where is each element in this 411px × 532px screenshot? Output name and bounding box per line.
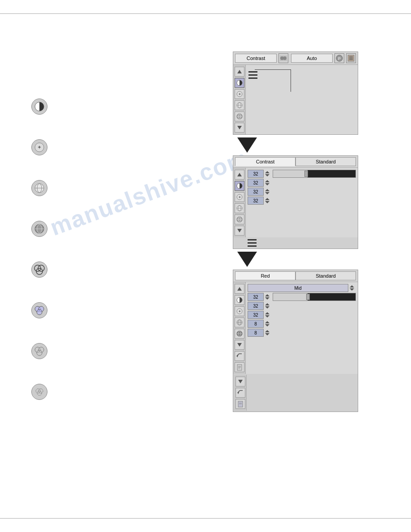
panel3-tab-standard[interactable]: Standard	[295, 271, 356, 280]
panel3-bottom-content	[247, 375, 357, 411]
panel1-sidebar-up[interactable]	[235, 67, 244, 77]
panel3-param-arrows-5[interactable]	[265, 330, 271, 335]
panel3-param-down-4[interactable]	[265, 324, 270, 326]
svg-rect-70	[238, 401, 243, 407]
panel3-bottom-doc[interactable]	[235, 399, 245, 409]
svg-point-23	[283, 56, 287, 60]
panel2-param-up-4[interactable]	[265, 198, 270, 200]
panel3-param-value-4: 8	[248, 320, 264, 328]
watermark: manualshive.com	[47, 144, 252, 241]
panel3-param-up-mid[interactable]	[350, 285, 354, 287]
panel1: Contrast Auto P	[233, 51, 358, 135]
panel2-param-value-3: 32	[248, 188, 264, 196]
panel2-sidebar-globe[interactable]	[235, 203, 244, 213]
panel-area: Contrast Auto P	[233, 51, 358, 412]
panel2-param-down-1[interactable]	[265, 174, 270, 176]
panel3-tab-red[interactable]: Red	[235, 271, 295, 280]
panel3-param-arrows-4[interactable]	[265, 321, 271, 326]
panel1-sidebar-down[interactable]	[235, 123, 244, 133]
panel2-param-up-3[interactable]	[265, 189, 270, 191]
panel3: Red Standard ✦	[233, 270, 358, 412]
panel1-sidebar-globe[interactable]	[235, 100, 244, 110]
bottom-border	[0, 518, 411, 519]
panel3-param-slider-1[interactable]	[273, 293, 356, 301]
panel2-param-down-2[interactable]	[265, 183, 270, 185]
panel3-sidebar-dark-globe[interactable]	[235, 329, 244, 339]
panel3-sidebar-up[interactable]	[235, 284, 244, 294]
panel3-param-down-3[interactable]	[265, 315, 270, 317]
panel2-slider-thumb-1[interactable]	[304, 171, 308, 177]
svg-rect-64	[237, 365, 242, 370]
panel3-param-down-5[interactable]	[265, 333, 270, 335]
panel3-bottom-row	[234, 375, 357, 411]
panel3-bottom-undo[interactable]	[235, 388, 245, 398]
panel1-icon-btn-3[interactable]	[346, 53, 356, 63]
panel3-param-up-1[interactable]	[265, 294, 270, 296]
panel2-param-up-2[interactable]	[265, 180, 270, 182]
panel3-param-row-4: 8	[248, 320, 356, 328]
panel2-param-arrows-2[interactable]	[265, 180, 271, 185]
panel2-tab-contrast[interactable]: Contrast	[235, 157, 295, 166]
svg-point-14	[37, 309, 42, 315]
panel3-param-arrows-mid[interactable]	[350, 285, 356, 291]
panel3-param-up-4[interactable]	[265, 321, 270, 323]
svg-point-18	[36, 389, 40, 393]
panel2-param-slider-1[interactable]	[273, 170, 356, 178]
panel3-sidebar-undo[interactable]	[235, 351, 244, 361]
icon-rgb-2	[31, 302, 47, 318]
panel3-slider-thumb-1[interactable]	[306, 294, 310, 300]
panel2-param-arrows-1[interactable]	[265, 171, 271, 176]
panel3-bottom-down[interactable]	[235, 377, 245, 386]
panel2-sidebar-contrast[interactable]	[235, 181, 244, 191]
icon-dark-globe	[31, 221, 47, 237]
panel2-param-up-1[interactable]	[265, 171, 270, 173]
panel3-param-up-5[interactable]	[265, 330, 270, 332]
panel2-param-down-3[interactable]	[265, 192, 270, 194]
panel3-param-up-2[interactable]	[265, 303, 270, 305]
panel2-sidebar-dark-globe[interactable]	[235, 215, 244, 224]
panel3-param-down-2[interactable]	[265, 306, 270, 309]
panel3-param-value-5: 8	[248, 329, 264, 337]
panel3-sidebar-down[interactable]	[235, 340, 244, 350]
panel1-icon-btn-1[interactable]	[278, 53, 288, 63]
panel1-sidebar-contrast[interactable]	[235, 78, 244, 88]
panel2-param-arrows-4[interactable]	[265, 198, 271, 203]
icon-rgb-4	[31, 384, 47, 400]
panel3-content: Mid 32	[246, 282, 358, 374]
panel3-param-arrows-1[interactable]	[265, 294, 271, 300]
panel2-sidebar-up[interactable]	[235, 170, 244, 180]
callout-line-1	[255, 69, 291, 70]
panel2-tab-standard[interactable]: Standard	[295, 157, 356, 166]
panel3-sidebar-doc[interactable]	[235, 362, 244, 372]
panel2-param-arrows-3[interactable]	[265, 189, 271, 194]
panel3-param-value-3: 32	[248, 311, 264, 319]
panel3-param-arrows-2[interactable]	[265, 303, 271, 309]
panel3-param-down-1[interactable]	[265, 297, 270, 300]
panel3-sidebar-globe[interactable]	[235, 317, 244, 327]
panel1-icon-btn-2[interactable]: P	[334, 53, 344, 63]
panel2-hamburger	[248, 239, 257, 247]
panel3-param-up-3[interactable]	[265, 312, 270, 314]
icon-globe	[31, 180, 47, 196]
svg-marker-69	[237, 391, 239, 394]
panel2-content: 32 32 32	[246, 168, 358, 237]
panel1-sidebar-sparkle[interactable]: ✦	[235, 89, 244, 99]
panel3-sidebar-contrast[interactable]	[235, 295, 244, 305]
panel1-sidebar: ✦	[233, 65, 246, 134]
panel2-param-down-4[interactable]	[265, 201, 270, 203]
panel2-param-value-1: 32	[248, 170, 264, 178]
panel2-body: ✦	[233, 168, 358, 237]
panel3-param-down-mid[interactable]	[350, 288, 354, 291]
svg-text:✦: ✦	[238, 195, 241, 199]
svg-marker-63	[236, 355, 238, 357]
panel2-sidebar-down[interactable]	[235, 226, 244, 236]
arrow-down-2	[237, 252, 257, 267]
icon-sparkle: ✦	[31, 139, 47, 155]
panel2-sidebar-sparkle[interactable]: ✦	[235, 192, 244, 202]
panel3-param-arrows-3[interactable]	[265, 312, 271, 317]
panel1-sidebar-dark-globe[interactable]	[235, 112, 244, 121]
svg-text:P: P	[338, 56, 341, 61]
panel3-sidebar-sparkle[interactable]: ✦	[235, 306, 244, 316]
panel1-content	[246, 65, 358, 134]
panel3-param-row-3: 32	[248, 311, 356, 319]
